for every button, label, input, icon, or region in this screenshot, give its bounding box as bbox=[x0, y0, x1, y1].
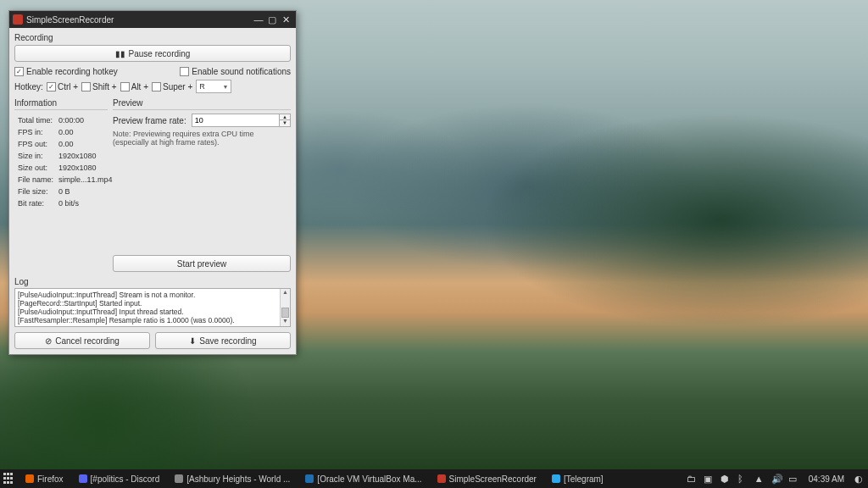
taskbar: Firefox [#politics - Discord [Ashbury He… bbox=[0, 469, 868, 488]
taskbar-item-discord[interactable]: [#politics - Discord bbox=[74, 473, 165, 485]
app-window: SimpleScreenRecorder — ▢ ✕ Recording ▮▮ … bbox=[8, 10, 297, 355]
information-title: Information bbox=[14, 98, 108, 108]
start-preview-button[interactable]: Start preview bbox=[113, 255, 291, 272]
preview-note: Note: Previewing requires extra CPU time… bbox=[113, 130, 291, 147]
clock[interactable]: 04:39 AM bbox=[805, 474, 848, 484]
recording-section-label: Recording bbox=[14, 33, 291, 42]
preview-area bbox=[113, 147, 291, 255]
log-label: Log bbox=[14, 277, 291, 286]
taskbar-item-virtualbox[interactable]: [Oracle VM VirtualBox Ma... bbox=[300, 473, 426, 485]
wifi-icon[interactable]: ▲ bbox=[754, 474, 765, 484]
ssr-icon bbox=[437, 474, 446, 483]
close-button[interactable]: ✕ bbox=[279, 13, 292, 26]
chevron-down-icon: ▼ bbox=[222, 84, 228, 90]
preview-rate-input[interactable] bbox=[192, 114, 280, 127]
titlebar[interactable]: SimpleScreenRecorder — ▢ ✕ bbox=[9, 11, 296, 28]
bluetooth-icon[interactable]: ᛒ bbox=[737, 474, 748, 484]
folder-icon[interactable]: 🗀 bbox=[687, 474, 697, 484]
cancel-icon: ⊘ bbox=[45, 336, 52, 346]
hotkey-ctrl-checkbox[interactable]: ✓Ctrl + bbox=[47, 82, 78, 92]
hotkey-alt-checkbox[interactable]: Alt + bbox=[120, 82, 148, 92]
telegram-icon bbox=[552, 474, 560, 483]
pause-recording-label: Pause recording bbox=[129, 49, 191, 58]
camera-icon[interactable]: ▣ bbox=[704, 474, 714, 484]
taskbar-item-ashbury[interactable]: [Ashbury Heights - World ... bbox=[170, 473, 295, 485]
scroll-down-icon[interactable]: ▼ bbox=[281, 318, 290, 326]
apps-menu-button[interactable] bbox=[3, 473, 15, 485]
log-textarea[interactable]: [PulseAudioInput::InputThread] Stream is… bbox=[14, 288, 291, 327]
information-table: Total time:0:00:00 FPS in:0.00 FPS out:0… bbox=[14, 114, 116, 210]
save-recording-button[interactable]: ⬇ Save recording bbox=[155, 332, 291, 349]
scroll-thumb[interactable] bbox=[281, 308, 289, 318]
spin-down-button[interactable]: ▼ bbox=[280, 120, 290, 126]
cancel-recording-button[interactable]: ⊘ Cancel recording bbox=[14, 332, 150, 349]
hotkey-super-checkbox[interactable]: Super + bbox=[152, 82, 192, 92]
minimize-button[interactable]: — bbox=[252, 13, 265, 26]
log-scrollbar[interactable]: ▲ ▼ bbox=[280, 289, 290, 326]
battery-icon[interactable]: ▭ bbox=[788, 474, 798, 484]
discord-icon bbox=[79, 474, 87, 483]
taskbar-item-firefox[interactable]: Firefox bbox=[20, 473, 69, 485]
taskbar-item-telegram[interactable]: [Telegram] bbox=[547, 473, 609, 485]
firefox-icon bbox=[25, 474, 34, 483]
enable-hotkey-checkbox[interactable]: ✓ Enable recording hotkey bbox=[14, 67, 118, 76]
pause-icon: ▮▮ bbox=[115, 49, 125, 58]
virtualbox-icon bbox=[305, 474, 314, 483]
user-icon[interactable]: ◐ bbox=[854, 474, 865, 484]
spin-up-button[interactable]: ▲ bbox=[280, 114, 290, 120]
maximize-button[interactable]: ▢ bbox=[265, 13, 279, 26]
hotkey-label: Hotkey: bbox=[14, 82, 43, 92]
app-icon bbox=[13, 14, 23, 25]
enable-sound-checkbox[interactable]: Enable sound notifications bbox=[180, 67, 291, 76]
hotkey-key-select[interactable]: R ▼ bbox=[196, 80, 231, 93]
window-title: SimpleScreenRecorder bbox=[26, 15, 114, 25]
scroll-up-icon[interactable]: ▲ bbox=[281, 289, 290, 297]
enable-hotkey-label: Enable recording hotkey bbox=[26, 67, 118, 76]
preview-title: Preview bbox=[113, 98, 291, 108]
hotkey-shift-checkbox[interactable]: Shift + bbox=[81, 82, 117, 92]
save-icon: ⬇ bbox=[189, 336, 196, 346]
taskbar-item-ssr[interactable]: SimpleScreenRecorder bbox=[432, 473, 542, 485]
preview-rate-label: Preview frame rate: bbox=[113, 116, 186, 125]
music-icon bbox=[175, 474, 183, 483]
volume-icon[interactable]: 🔊 bbox=[771, 474, 782, 484]
dropbox-icon[interactable]: ⬢ bbox=[721, 474, 731, 484]
enable-sound-label: Enable sound notifications bbox=[192, 67, 291, 76]
pause-recording-button[interactable]: ▮▮ Pause recording bbox=[14, 45, 291, 62]
system-tray: 🗀 ▣ ⬢ ᛒ ▲ 🔊 ▭ 04:39 AM ◐ bbox=[687, 474, 865, 484]
